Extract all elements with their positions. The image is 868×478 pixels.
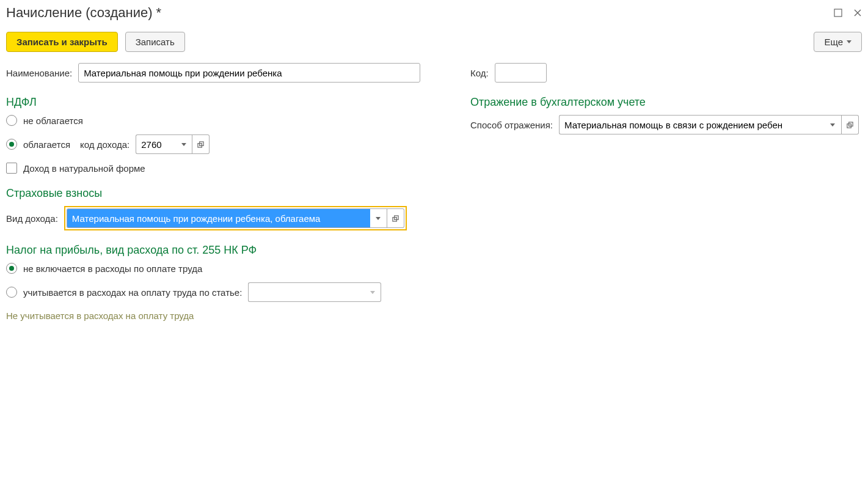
income-code-open-button[interactable] (192, 134, 210, 154)
natural-income-label: Доход в натуральной форме (23, 163, 145, 174)
reflection-method-input[interactable] (559, 115, 825, 134)
ndfl-not-taxed-radio[interactable] (6, 115, 17, 126)
income-type-dropdown-button[interactable] (370, 208, 387, 228)
ndfl-not-taxed-label: не облагается (23, 116, 83, 126)
reflection-method-label: Способ отражения: (470, 120, 553, 130)
chevron-down-icon (847, 40, 852, 43)
ndfl-taxed-label: облагается (23, 139, 70, 150)
code-label: Код: (470, 68, 489, 78)
profit-tax-section-title: Налог на прибыль, вид расхода по ст. 255… (6, 244, 446, 257)
svg-rect-0 (834, 9, 842, 17)
not-included-label: не включается в расходы по оплате труда (23, 263, 202, 274)
included-by-article-radio[interactable] (6, 287, 17, 298)
included-by-article-label: учитывается в расходах на оплату труда п… (23, 287, 242, 298)
close-icon[interactable] (853, 9, 862, 17)
save-button[interactable]: Записать (125, 32, 185, 52)
name-label: Наименование: (6, 68, 72, 78)
chevron-down-icon (376, 217, 381, 220)
name-input[interactable] (78, 63, 420, 83)
income-type-open-button[interactable] (387, 208, 404, 228)
more-button-label: Еще (824, 37, 843, 47)
open-icon (847, 122, 853, 128)
chevron-down-icon (181, 143, 186, 146)
expense-article-dropdown-button[interactable] (364, 282, 381, 302)
insurance-section-title: Страховые взносы (6, 187, 446, 200)
reflection-method-dropdown-button[interactable] (825, 115, 842, 134)
chevron-down-icon (370, 291, 375, 294)
chevron-down-icon (830, 123, 835, 127)
checkbox-icon[interactable] (834, 9, 842, 17)
accounting-section-title: Отражение в бухгалтерском учете (470, 96, 862, 109)
not-included-radio[interactable] (6, 263, 17, 274)
open-icon (392, 215, 399, 222)
income-code-label: код дохода: (80, 139, 129, 150)
income-type-input[interactable] (67, 208, 370, 228)
income-code-input[interactable] (136, 134, 175, 154)
more-button[interactable]: Еще (814, 32, 862, 52)
save-and-close-button[interactable]: Записать и закрыть (6, 32, 118, 52)
profit-tax-note: Не учитывается в расходах на оплату труд… (6, 311, 446, 321)
income-code-dropdown-button[interactable] (175, 134, 192, 154)
code-input[interactable] (495, 63, 547, 83)
reflection-method-open-button[interactable] (842, 115, 859, 134)
page-title: Начисление (создание) * (6, 5, 161, 21)
ndfl-taxed-radio[interactable] (6, 139, 17, 150)
income-type-label: Вид дохода: (6, 213, 58, 224)
natural-income-checkbox[interactable] (6, 163, 17, 174)
ndfl-section-title: НДФЛ (6, 96, 446, 109)
expense-article-input[interactable] (248, 282, 364, 302)
open-icon (197, 141, 204, 148)
